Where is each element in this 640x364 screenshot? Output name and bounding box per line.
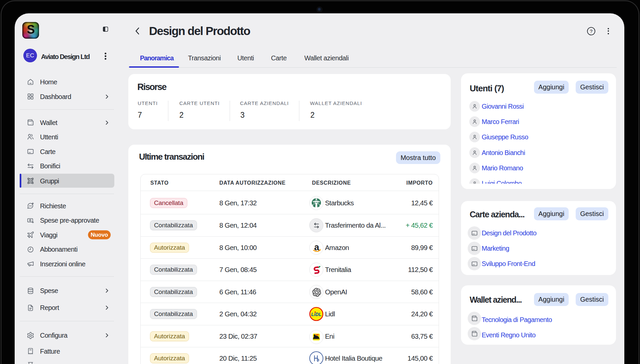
svg-text:?: ? [590,29,592,34]
svg-text:LiDL: LiDL [311,312,321,317]
